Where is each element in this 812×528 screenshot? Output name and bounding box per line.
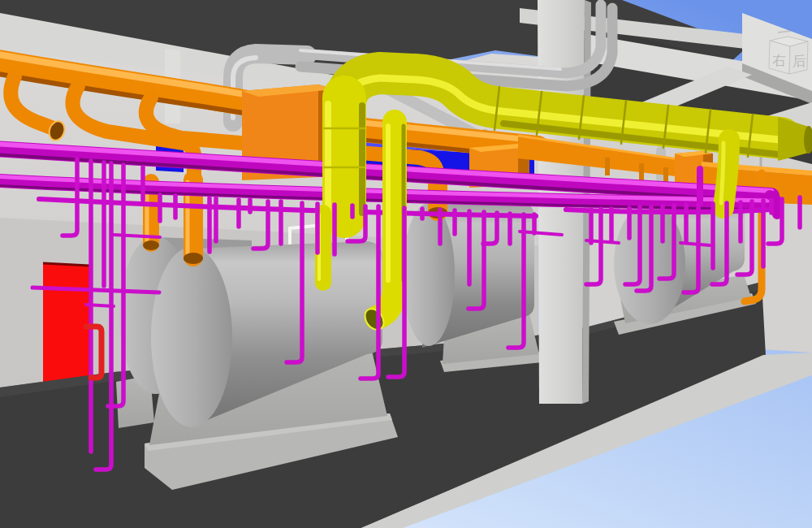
yellow-drop-right-highlight [721,143,723,203]
view-cube-right-label[interactable]: 右 [772,52,786,68]
fire-door[interactable] [43,263,89,387]
view-cube-back-label[interactable]: 后 [793,53,806,69]
cad-3d-viewport[interactable]: 右 后 [0,0,812,528]
tank-3-end-cap [403,203,455,346]
model-scene[interactable]: 右 后 [0,0,812,528]
tank-2-end-cap [151,247,232,427]
orange-stub-1-end [143,240,159,250]
sprinkler-cross-branch [86,305,114,306]
orange-stub-2-end [184,253,203,264]
